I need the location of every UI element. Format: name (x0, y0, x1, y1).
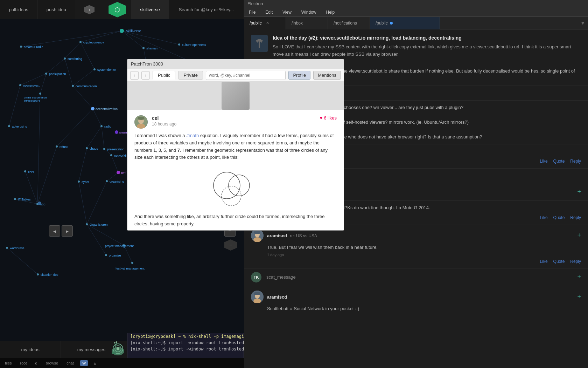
electron-title: Electron (247, 1, 263, 6)
move-right-button[interactable]: ▸ (62, 225, 73, 237)
comment-avatar-1 (251, 229, 264, 242)
comment-like-1[interactable]: Like (540, 259, 548, 264)
phone-quote-button[interactable]: Quote (553, 214, 565, 221)
tab-public-1[interactable]: /public ✕ (244, 17, 286, 29)
svg-text:Organisieren: Organisieren (90, 223, 108, 226)
tab-public[interactable]: Public (153, 71, 175, 80)
nav-tab-push-idea[interactable]: push:idea (38, 0, 76, 19)
status-chat[interactable]: chat (64, 360, 76, 366)
svg-text:culture openness: culture openness (182, 43, 206, 47)
filter-icon[interactable]: ▼ (580, 20, 588, 26)
svg-rect-108 (138, 117, 144, 120)
svg-point-60[interactable] (19, 84, 21, 86)
comment-add-1[interactable]: + (577, 232, 581, 239)
svg-point-98[interactable] (105, 254, 107, 256)
svg-point-65[interactable] (100, 125, 103, 127)
svg-point-124 (116, 341, 117, 343)
svg-point-69[interactable] (56, 145, 58, 148)
svg-point-48[interactable] (45, 73, 47, 75)
patchtron-panel: PatchTron 3000 ‹ › Public Private Profil… (127, 59, 344, 231)
svg-point-46[interactable] (64, 57, 66, 60)
svg-text:advertising: advertising (12, 125, 27, 128)
svg-point-120 (112, 352, 116, 354)
tab-inbox[interactable]: /inbox (286, 17, 328, 29)
channel-add-button[interactable]: + (577, 187, 581, 197)
menu-window[interactable]: Window (299, 9, 318, 15)
tab-close-icon[interactable]: ✕ (266, 21, 269, 25)
hex-minus-control[interactable]: − (224, 239, 237, 251)
svg-point-92[interactable] (86, 223, 88, 225)
thread-quote-button[interactable]: Quote (553, 158, 565, 165)
thread-like-button[interactable]: Like (540, 158, 548, 165)
phone-reply-button[interactable]: Reply (570, 214, 581, 221)
tab-private[interactable]: Private (178, 71, 203, 80)
svg-point-75[interactable] (110, 154, 112, 156)
comment-quote-1[interactable]: Quote (553, 259, 565, 264)
svg-point-85[interactable] (24, 170, 26, 172)
status-w[interactable]: W (80, 360, 88, 366)
thread-reply-button[interactable]: Reply (570, 158, 581, 165)
nav-tab-skilliverse[interactable]: skilliverse (131, 0, 169, 19)
tab-notifications[interactable]: /notifications (328, 17, 370, 29)
svg-point-36[interactable] (20, 46, 22, 48)
svg-point-38[interactable] (79, 41, 82, 43)
comment-add-2[interactable]: + (577, 293, 581, 300)
mentions-button[interactable]: Mentions (313, 71, 341, 80)
svg-point-77[interactable] (117, 171, 120, 174)
patchtron-forward-button[interactable]: › (141, 71, 150, 80)
move-left-button[interactable]: ◂ (49, 225, 60, 237)
svg-point-87[interactable] (106, 180, 108, 182)
post-author: cel (152, 115, 315, 121)
nav-hex-arrow[interactable]: ‹ (75, 0, 103, 19)
bottom-tab-ideas[interactable]: my:ideas (0, 341, 61, 358)
status-files[interactable]: files (3, 360, 14, 366)
menu-file[interactable]: File (247, 9, 258, 15)
comment-aramiscd-1: aramiscd re: US vs USA + True. But I fea… (244, 225, 588, 268)
svg-point-73[interactable] (103, 148, 105, 150)
svg-point-83[interactable] (78, 180, 80, 183)
svg-point-40[interactable] (142, 47, 145, 49)
svg-point-62[interactable] (39, 93, 41, 95)
svg-point-89[interactable] (115, 130, 118, 134)
tk-add-button[interactable]: + (577, 273, 581, 281)
math-link[interactable]: #math (186, 133, 199, 138)
post-meta: cel 18 hours ago (152, 115, 315, 127)
status-browse[interactable]: browse (44, 360, 60, 366)
nav-search[interactable]: Search for @key or %key... (169, 0, 244, 19)
menu-view[interactable]: View (280, 9, 294, 15)
status-root[interactable]: root (18, 360, 29, 366)
svg-text:chaos: chaos (90, 147, 98, 150)
svg-point-42[interactable] (178, 43, 180, 46)
svg-point-119 (117, 347, 119, 350)
status-e[interactable]: E (92, 360, 97, 366)
svg-point-100[interactable] (131, 262, 133, 264)
patchtron-search-input[interactable] (206, 71, 286, 80)
post-time: 18 hours ago (152, 122, 315, 127)
menu-edit[interactable]: Edit (263, 9, 275, 15)
svg-point-71[interactable] (86, 147, 88, 149)
patchtron-back-button[interactable]: ‹ (130, 71, 139, 80)
phone-like-button[interactable]: Like (540, 214, 548, 221)
nav-tab-pull-ideas[interactable]: pull:ideas (0, 0, 38, 19)
svg-point-54[interactable] (93, 68, 96, 70)
svg-text:IPv6: IPv6 (28, 170, 34, 173)
tab-public-new[interactable]: /public (370, 17, 440, 29)
node-skilliverse[interactable] (120, 29, 124, 33)
svg-text:systemdenke: systemdenke (97, 68, 116, 71)
menu-help[interactable]: Help (324, 9, 337, 15)
svg-point-56[interactable] (72, 85, 74, 87)
svg-text:online cooperation: online cooperation (24, 96, 47, 99)
svg-point-81[interactable] (14, 198, 16, 200)
nav-hex-main[interactable]: ⬡ (103, 0, 131, 19)
patchtron-content[interactable]: cel 18 hours ago ♥ 6 likes I dreamed I w… (127, 82, 344, 230)
svg-point-91[interactable] (38, 202, 41, 205)
svg-point-96[interactable] (6, 247, 8, 249)
svg-point-58[interactable] (91, 107, 94, 110)
circles-diagram-1 (134, 166, 337, 208)
svg-text:project management: project management (105, 244, 134, 248)
comment-reply-1[interactable]: Reply (570, 259, 581, 264)
profile-button[interactable]: Profile (288, 71, 310, 80)
status-q[interactable]: q (33, 360, 40, 366)
svg-point-67[interactable] (8, 125, 10, 127)
svg-point-102[interactable] (37, 273, 39, 275)
